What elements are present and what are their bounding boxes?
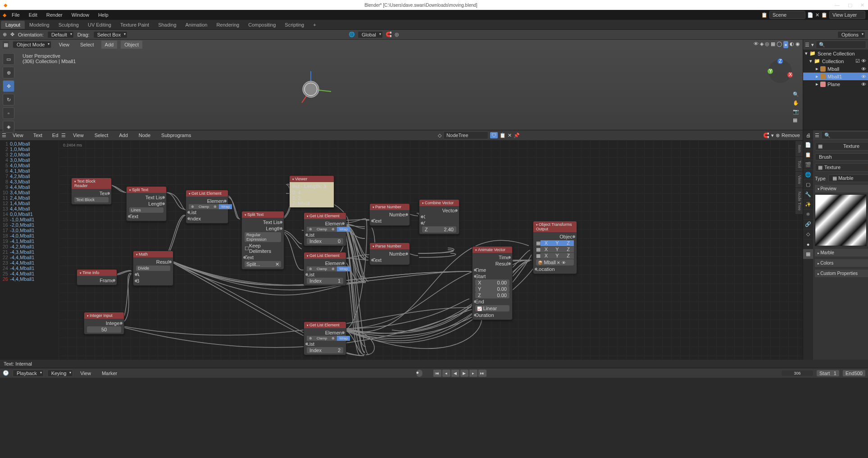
current-frame-input[interactable]: 306 bbox=[782, 371, 813, 376]
selectability-icon[interactable]: 👁 bbox=[754, 41, 759, 48]
custom-props-section[interactable]: Custom Properties bbox=[815, 270, 868, 277]
shading-solid-icon[interactable]: ● bbox=[783, 41, 788, 48]
viewlayer-selector[interactable]: View Layer bbox=[829, 11, 865, 19]
node-editor[interactable]: ☰ View Select Add Node Subprograms ◇ Nod… bbox=[59, 130, 803, 360]
split-field[interactable]: Split...✕ bbox=[245, 261, 281, 267]
select-tool[interactable]: ▭ bbox=[3, 53, 14, 65]
tab-tool[interactable]: Tool bbox=[795, 157, 803, 172]
node-split-text-2[interactable]: Split Text Text List Length Regular Expr… bbox=[241, 211, 284, 270]
outliner-filter-icon[interactable]: ▾ bbox=[811, 42, 814, 48]
type-dropdown[interactable]: ▦ Marble bbox=[828, 174, 868, 182]
preview-section[interactable]: Preview bbox=[815, 185, 868, 192]
scene-del-icon[interactable]: ✕ bbox=[815, 12, 819, 18]
cursor-tool-icon[interactable]: ⊕ bbox=[3, 32, 7, 37]
interp-field[interactable]: 📈 Linear bbox=[475, 305, 509, 311]
vp-menu-object[interactable]: Object bbox=[121, 41, 142, 49]
prop-tab-output[interactable]: 📄 bbox=[803, 140, 813, 150]
ws-tab-add[interactable]: + bbox=[309, 21, 320, 29]
gizmo-icon[interactable]: ◈ bbox=[760, 41, 763, 48]
scale-tool[interactable]: ▫ bbox=[3, 107, 14, 119]
playback-dropdown[interactable]: Playback bbox=[13, 370, 44, 377]
nodetree-icon[interactable]: ◇ bbox=[438, 133, 441, 138]
prop-tab-scene[interactable]: 🎬 bbox=[803, 160, 813, 170]
move-tool[interactable]: ✥ bbox=[3, 80, 14, 92]
node-viewer[interactable]: Viewer list - Length: 3 0: 4 1: 2 2: Mba… bbox=[289, 175, 334, 208]
nav-gizmo[interactable]: Z X Y bbox=[767, 58, 794, 85]
node-animate-vector[interactable]: Animate Vector Time Result Time Start X0… bbox=[472, 246, 513, 320]
node-object-transforms-output[interactable]: Object Transforms Output Object ▦ X Y Z … bbox=[533, 221, 577, 274]
z-input[interactable]: Z2.40 bbox=[422, 226, 456, 233]
node-parse-number-1[interactable]: Parse Number Number Text bbox=[369, 203, 410, 226]
persp-icon[interactable]: ▦ bbox=[793, 117, 799, 123]
timeline-type-icon[interactable]: 🕐 bbox=[3, 370, 9, 376]
unlink-icon[interactable]: ✕ bbox=[508, 133, 512, 138]
ws-tab-animation[interactable]: Animation bbox=[181, 21, 212, 29]
scene-selector[interactable]: Scene bbox=[769, 11, 805, 19]
options-dropdown[interactable]: Options bbox=[837, 31, 865, 38]
prop-tab-particles[interactable]: ✨ bbox=[803, 200, 813, 210]
maximize-button[interactable]: ▢ bbox=[848, 2, 852, 8]
node-time-info[interactable]: Time Info Frame bbox=[77, 269, 117, 285]
outliner-scene-collection[interactable]: ▾📁Scene Collection bbox=[803, 50, 868, 57]
index-input[interactable]: Index0 bbox=[307, 238, 343, 244]
transform-tool[interactable]: ◈ bbox=[3, 121, 14, 133]
node-integer-input[interactable]: Integer Input Integer 50 bbox=[84, 312, 124, 334]
node-text-block-reader[interactable]: Text Block Reader Text Text Block bbox=[71, 178, 112, 205]
pin-icon[interactable]: 📌 bbox=[514, 133, 520, 138]
node-get-list-element-2[interactable]: Get List Element Element ⊕Clamp⊕Wrap Lis… bbox=[304, 212, 346, 246]
keyframe-next-button[interactable]: ▸ bbox=[469, 370, 477, 377]
tab-view[interactable]: View bbox=[795, 172, 803, 188]
prop-tab-material[interactable]: ● bbox=[803, 239, 813, 249]
drag-dropdown[interactable]: Select Box bbox=[93, 31, 128, 38]
texture-header[interactable]: ▦Texture📌 bbox=[815, 142, 868, 151]
outliner-item-mball[interactable]: ▸Mball 👁 bbox=[803, 65, 868, 73]
end-frame-input[interactable]: End500 bbox=[843, 370, 865, 376]
node-math[interactable]: Math Result Divide A B bbox=[133, 251, 173, 286]
menu-window[interactable]: Window bbox=[68, 11, 93, 19]
outliner-item-mball1[interactable]: ▸Mball1 👁 bbox=[803, 73, 868, 80]
timeline-view-menu[interactable]: View bbox=[77, 369, 95, 377]
shading-matpreview-icon[interactable]: ◐ bbox=[790, 41, 794, 48]
play-button[interactable]: ▶ bbox=[460, 370, 468, 377]
snap-mode-icon[interactable]: ▾ bbox=[771, 133, 774, 138]
vp-menu-select[interactable]: Select bbox=[77, 41, 98, 49]
ws-tab-shading[interactable]: Shading bbox=[154, 21, 181, 29]
zoom-icon[interactable]: 🔍 bbox=[793, 92, 799, 97]
node-split-text-1[interactable]: Split Text Text List Length Lines Text bbox=[126, 186, 167, 221]
node-get-list-element-4[interactable]: Get List Element Element ⊕Clamp⊕Wrap Lis… bbox=[304, 321, 346, 355]
overlays-icon[interactable]: ◎ bbox=[765, 41, 769, 48]
object-field[interactable]: 📦 Mball ✕ 👁 bbox=[536, 259, 574, 266]
minimize-button[interactable]: — bbox=[835, 2, 840, 8]
ws-tab-uvediting[interactable]: UV Editing bbox=[83, 21, 116, 29]
ne-menu-select[interactable]: Select bbox=[91, 131, 112, 139]
math-op-field[interactable]: Divide bbox=[136, 266, 170, 271]
ws-tab-rendering[interactable]: Rendering bbox=[212, 21, 244, 29]
split-mode-field[interactable]: Regular Expression bbox=[245, 232, 281, 242]
play-reverse-button[interactable]: ◀ bbox=[451, 370, 459, 377]
proportional-icon[interactable]: ◎ bbox=[395, 32, 399, 37]
outliner-search[interactable] bbox=[816, 41, 866, 49]
integer-value-input[interactable]: 50 bbox=[87, 326, 121, 333]
autokey-icon[interactable]: ● bbox=[416, 370, 423, 377]
menu-render[interactable]: Render bbox=[43, 11, 66, 19]
snap-icon[interactable]: 🧲 bbox=[386, 32, 392, 37]
ne-menu-subprograms[interactable]: Subprograms bbox=[158, 131, 195, 139]
shading-rendered-icon[interactable]: ◉ bbox=[795, 41, 800, 48]
split-mode-field[interactable]: Lines bbox=[129, 207, 164, 213]
node-parse-number-2[interactable]: Parse Number Number Text bbox=[369, 243, 410, 265]
prop-tab-physics[interactable]: ⚛ bbox=[803, 210, 813, 220]
remove-icon[interactable]: ⊗ bbox=[776, 133, 780, 138]
ws-tab-texturepaint[interactable]: Texture Paint bbox=[116, 21, 154, 29]
3d-object-gizmo[interactable] bbox=[288, 67, 333, 112]
ne-menu-node[interactable]: Node bbox=[135, 131, 154, 139]
prop-tab-modifier[interactable]: 🔧 bbox=[803, 190, 813, 200]
keying-dropdown[interactable]: Keying bbox=[47, 370, 73, 377]
prop-tab-texture[interactable]: ▦ bbox=[803, 249, 813, 259]
menu-help[interactable]: Help bbox=[95, 11, 112, 19]
outliner-type-icon[interactable]: ☰ bbox=[805, 42, 809, 48]
camera-icon[interactable]: 📷 bbox=[793, 109, 799, 114]
ws-tab-sculpting[interactable]: Sculpting bbox=[54, 21, 83, 29]
texture-slot[interactable]: ▦Texture 📋 📄 ✕ bbox=[815, 163, 868, 172]
mode-dropdown[interactable]: Object Mode bbox=[13, 41, 51, 48]
vp-menu-add[interactable]: Add bbox=[101, 41, 118, 49]
